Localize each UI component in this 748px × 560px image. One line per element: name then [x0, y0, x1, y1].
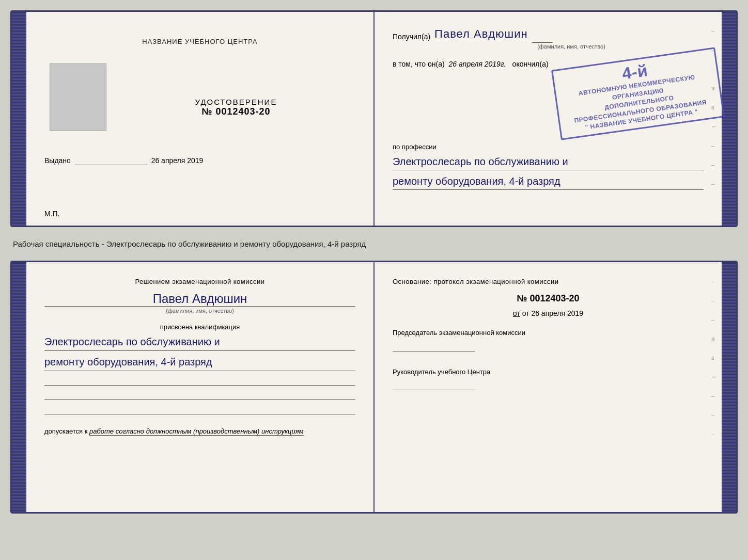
protocol-number: № 0012403-20: [393, 293, 704, 304]
top-left-page: НАЗВАНИЕ УЧЕБНОГО ЦЕНТРА УДОСТОВЕРЕНИЕ №…: [26, 12, 375, 226]
profession-line2: ремонту оборудования, 4-й разряд: [393, 173, 704, 190]
section-title-bottom: Решением экзаменационной комиссии: [44, 278, 355, 285]
cert-number: № 0012403-20: [201, 106, 270, 117]
chairman-block: Председатель экзаменационной комиссии: [393, 328, 704, 351]
bottom-right-page: Основание: протокол экзаменационной коми…: [375, 262, 722, 512]
received-line: Получил(а) Павел Авдюшин: [393, 27, 704, 41]
допускается-prefix: допускается к: [44, 427, 87, 435]
spine-right-top: [722, 12, 736, 226]
finished-label: окончил(а): [512, 60, 549, 68]
issued-label: Выдано: [44, 156, 71, 165]
received-prefix: Получил(а): [393, 33, 430, 41]
page-wrapper: НАЗВАНИЕ УЧЕБНОГО ЦЕНТРА УДОСТОВЕРЕНИЕ №…: [10, 10, 738, 514]
cert-label: УДОСТОВЕРЕНИЕ: [195, 98, 277, 106]
допускается-italic: работе согласно должностным (производств…: [89, 427, 304, 436]
from-date: от от 26 апреля 2019: [393, 309, 704, 317]
issued-date: 26 апреля 2019: [151, 156, 204, 165]
qualification-prefix: присвоена квалификация: [44, 323, 355, 331]
profession-line1: Электрослесарь по обслуживанию и: [393, 153, 704, 170]
osnov-title: Основание: протокол экзаменационной коми…: [393, 278, 704, 285]
in-that-prefix: в том, что он(а): [393, 60, 445, 68]
person-name-bottom: Павел Авдюшин: [44, 292, 355, 307]
director-sig-line: [393, 381, 475, 390]
chairman-label: Председатель экзаменационной комиссии: [393, 328, 704, 338]
qualification-line2: ремонту оборудования, 4-й разряд: [44, 353, 355, 371]
fio-label-top: (фамилия, имя, отчество): [439, 43, 704, 50]
right-dashes-bottom: – – – и а ← – – –: [711, 278, 718, 438]
plain-line-2: [44, 390, 355, 400]
top-right-page: 4-й АВТОНОМНУЮ НЕКОММЕРЧЕСКУЮ ОРГАНИЗАЦИ…: [375, 12, 722, 226]
mp-label: М.П.: [44, 210, 60, 218]
spine-right-bottom: [722, 262, 736, 512]
bottom-left-page: Решением экзаменационной комиссии Павел …: [26, 262, 375, 512]
qualification-line1: Электрослесарь по обслуживанию и: [44, 333, 355, 351]
middle-text: Рабочая специальность - Электрослесарь п…: [10, 236, 738, 251]
director-label: Руководитель учебного Центра: [393, 367, 704, 377]
date-text: 26 апреля 2019г.: [449, 60, 506, 68]
photo-placeholder: [50, 63, 106, 131]
fio-label-bottom: (фамилия, имя, отчество): [44, 308, 355, 314]
допускается-line: допускается к работе согласно должностны…: [44, 427, 355, 435]
spine-left: [12, 12, 26, 226]
center-title-top: НАЗВАНИЕ УЧЕБНОГО ЦЕНТРА: [142, 38, 257, 45]
profession-label: по профессии: [393, 143, 704, 151]
chairman-sig-line: [393, 342, 475, 351]
spine-left-bottom: [12, 262, 26, 512]
plain-line-1: [44, 375, 355, 386]
top-document: НАЗВАНИЕ УЧЕБНОГО ЦЕНТРА УДОСТОВЕРЕНИЕ №…: [10, 10, 738, 227]
plain-line-3: [44, 404, 355, 414]
person-name-top: Павел Авдюшин: [434, 27, 527, 41]
bottom-document: Решением экзаменационной комиссии Павел …: [10, 261, 738, 514]
director-block: Руководитель учебного Центра: [393, 367, 704, 391]
